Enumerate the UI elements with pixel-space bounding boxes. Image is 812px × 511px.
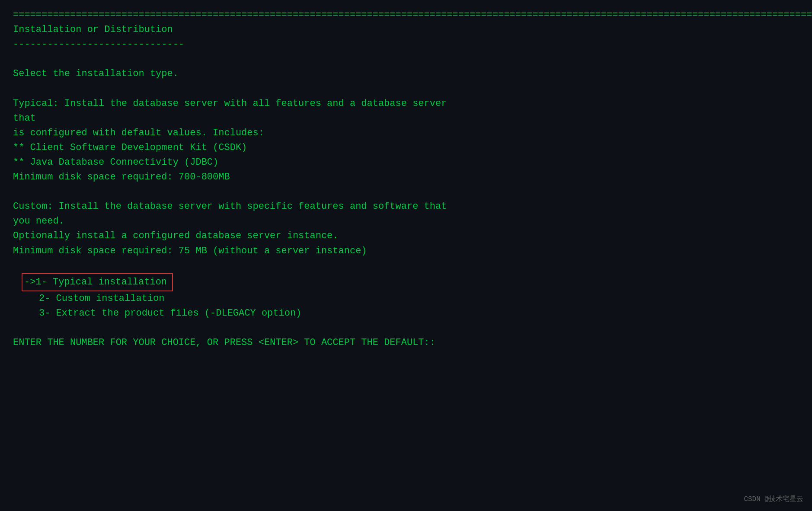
typical-line2: that (13, 111, 799, 126)
typical-line4: ** Client Software Development Kit (CSDK… (13, 141, 799, 155)
blank4 (13, 259, 799, 273)
option3-container[interactable]: 3- Extract the product files (-DLEGACY o… (13, 306, 799, 321)
typical-line5: ** Java Database Connectivity (JDBC) (13, 155, 799, 170)
custom-line3: Optionally install a configured database… (13, 229, 799, 243)
terminal-content: ========================================… (13, 8, 799, 350)
title-line: Installation or Distribution (13, 22, 799, 37)
blank1 (13, 52, 799, 67)
dash-line: ------------------------------ (13, 37, 799, 52)
option2-label[interactable]: 2- Custom installation (39, 293, 164, 304)
watermark: CSDN @技术宅星云 (744, 494, 803, 505)
blank2 (13, 81, 799, 96)
custom-line4: Minimum disk space required: 75 MB (with… (13, 244, 799, 259)
blank3 (13, 185, 799, 199)
option1-container[interactable]: ->1- Typical installation (13, 273, 799, 291)
option1-selected[interactable]: ->1- Typical installation (22, 273, 173, 291)
typical-line6: Minimum disk space required: 700-800MB (13, 170, 799, 185)
option2-container[interactable]: 2- Custom installation (13, 291, 799, 306)
select-prompt: Select the installation type. (13, 67, 799, 81)
typical-line3: is configured with default values. Inclu… (13, 126, 799, 141)
custom-line2: you need. (13, 214, 799, 229)
blank5 (13, 321, 799, 335)
enter-prompt: ENTER THE NUMBER FOR YOUR CHOICE, OR PRE… (13, 335, 799, 350)
separator-top: ========================================… (13, 8, 799, 22)
typical-line1: Typical: Install the database server wit… (13, 96, 799, 111)
option3-label[interactable]: 3- Extract the product files (-DLEGACY o… (39, 308, 301, 319)
custom-line1: Custom: Install the database server with… (13, 199, 799, 214)
